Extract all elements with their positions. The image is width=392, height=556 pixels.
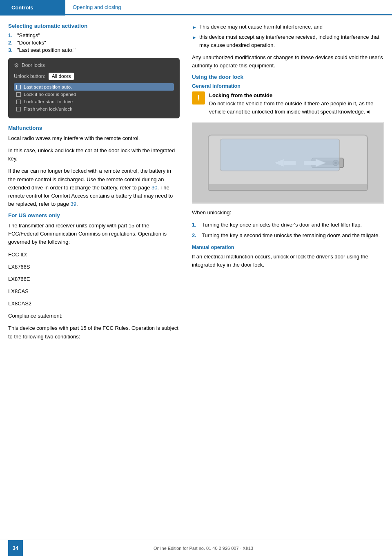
unlock-value: All doors (49, 73, 74, 80)
general-heading: General information (192, 83, 384, 89)
checkbox-0 (16, 85, 21, 89)
unlock-step-2-num: 2. (192, 231, 198, 240)
menu-item-2[interactable]: Lock after start. to drive (14, 98, 174, 105)
header-opening-tab[interactable]: Opening and closing (65, 0, 392, 15)
checkbox-3 (16, 107, 21, 111)
malfunctions-p3-text3: . (76, 201, 78, 207)
selecting-steps-list: 1. "Settings" 2. "Door locks" 3. "Last s… (8, 32, 180, 53)
svg-rect-11 (208, 185, 368, 190)
svg-rect-10 (220, 139, 340, 171)
fcc-id-0: LX8766S (8, 263, 180, 271)
selecting-heading: Selecting automatic activation (8, 23, 180, 29)
menu-item-1-label: Lock if no door is opened (24, 92, 76, 97)
for-us-heading: For US owners only (8, 212, 180, 218)
arrow-icon-1: ► (192, 33, 197, 49)
arrow-item-0-text: This device may not cause harmful interf… (199, 23, 323, 31)
unlock-step-1-num: 1. (192, 221, 198, 229)
menu-item-0[interactable]: Last seat position auto. (14, 83, 174, 91)
unlock-steps-list: 1. Turning the key once unlocks the driv… (192, 221, 384, 240)
checkbox-2 (16, 100, 21, 104)
malfunctions-heading: Malfunctions (8, 125, 180, 131)
manual-heading: Manual operation (192, 245, 384, 250)
fcc-id-label: FCC ID: (8, 251, 180, 259)
checkbox-1 (16, 92, 21, 97)
door-locks-title-text: Door locks (22, 62, 45, 68)
menu-item-3[interactable]: Flash when lock/unlock (14, 105, 174, 113)
unlock-step-2: 2. Turning the key a second time unlocks… (192, 231, 384, 240)
malfunctions-p1: Local radio waves may interfere with the… (8, 134, 180, 142)
malfunctions-p3: If the car can no longer be locked with … (8, 167, 180, 208)
menu-item-3-label: Flash when lock/unlock (24, 107, 72, 111)
menu-item-2-label: Lock after start. to drive (24, 99, 73, 104)
step-3: 3. "Last seat position auto." (8, 47, 180, 53)
step-3-text: "Last seat position auto." (17, 47, 76, 53)
arrow-icon-0: ► (192, 23, 197, 31)
step-3-num: 3. (8, 47, 15, 53)
footer-text: Online Edition for Part no. 01 40 2 926 … (154, 546, 253, 551)
unauth-paragraph: Any unauthorized modifications or change… (192, 53, 384, 70)
manual-paragraph: If an electrical malfunction occurs, unl… (192, 253, 384, 269)
unlock-step-1-text: Turning the key once unlocks the driver'… (202, 221, 362, 229)
arrow-item-1-text: this device must accept any interference… (199, 33, 384, 49)
fcc-id-2: LX8CAS (8, 287, 180, 296)
right-column: ► This device may not cause harmful inte… (192, 23, 384, 345)
malfunctions-link1[interactable]: 30 (151, 185, 157, 191)
unlock-row: Unlock button: All doors (14, 73, 174, 80)
when-unlocking: When unlocking: (192, 209, 384, 217)
warning-box: ! Locking from the outside Do not lock t… (192, 91, 384, 116)
fcc-id-3: LX8CAS2 (8, 300, 180, 308)
step-2-text: "Door locks" (17, 40, 46, 46)
left-column: Selecting automatic activation 1. "Setti… (8, 23, 180, 345)
page-header: Controls Opening and closing (0, 0, 392, 15)
page-footer: 34 Online Edition for Part no. 01 40 2 9… (0, 540, 392, 556)
door-locks-icon: ⚙ (14, 62, 19, 69)
arrow-item-1: ► this device must accept any interferen… (192, 33, 384, 49)
arrow-list: ► This device may not cause harmful inte… (192, 23, 384, 49)
arrow-item-0: ► This device may not cause harmful inte… (192, 23, 384, 31)
menu-item-0-label: Last seat position auto. (24, 85, 72, 89)
header-controls-tab[interactable]: Controls (0, 0, 65, 15)
compliance-label: Compliance statement: (8, 312, 180, 320)
step-1-num: 1. (8, 32, 15, 38)
step-1: 1. "Settings" (8, 32, 180, 38)
unlock-step-2-text: Turning the key a second time unlocks th… (202, 231, 380, 240)
malfunctions-p3-text1: If the car can no longer be locked with … (8, 168, 171, 190)
door-locks-title: ⚙ Door locks (14, 62, 174, 69)
step-2-num: 2. (8, 40, 15, 46)
main-content: Selecting automatic activation 1. "Setti… (0, 16, 392, 369)
warning-title: Locking from the outside (209, 91, 384, 100)
warning-body: Do not lock the vehicle from the outside… (209, 100, 384, 116)
warning-text-content: Locking from the outside Do not lock the… (209, 91, 384, 116)
menu-item-1[interactable]: Lock if no door is opened (14, 91, 174, 98)
door-svg (192, 122, 383, 203)
compliance-p1: This device complies with part 15 of the… (8, 324, 180, 340)
page-number: 34 (8, 540, 23, 556)
warning-icon: ! (192, 91, 205, 105)
door-locks-mockup: ⚙ Door locks Unlock button: All doors La… (8, 58, 180, 118)
door-image (192, 122, 384, 204)
for-us-p1: The transmitter and receiver units compl… (8, 222, 180, 246)
malfunctions-p2: In this case, unlock and lock the car at… (8, 147, 180, 163)
opening-label: Opening and closing (73, 4, 121, 10)
using-heading: Using the door lock (192, 74, 384, 80)
malfunctions-link2[interactable]: 39 (71, 201, 76, 207)
unlock-label: Unlock button: (14, 73, 45, 79)
controls-label: Controls (11, 4, 33, 11)
step-2: 2. "Door locks" (8, 40, 180, 46)
step-1-text: "Settings" (17, 32, 40, 38)
fcc-id-1: LX8766E (8, 275, 180, 283)
unlock-step-1: 1. Turning the key once unlocks the driv… (192, 221, 384, 229)
